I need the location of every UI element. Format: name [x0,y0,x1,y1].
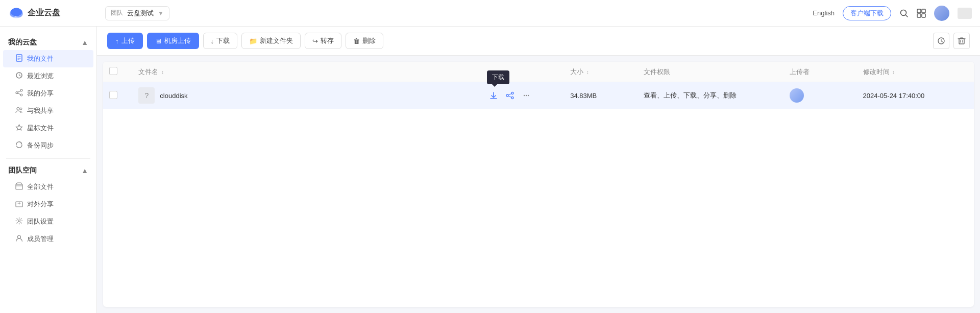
sidebar-item-team-settings[interactable]: 团队设置 [3,213,93,230]
sidebar-item-my-share[interactable]: 我的分享 [3,85,93,102]
row-size-cell: 34.83MB [564,82,637,109]
external-share-icon [15,200,23,209]
my-drive-section-header: 我的云盘 ▲ [0,35,96,50]
team-label: 团队 [111,9,123,17]
table-row[interactable]: ? clouddisk 下载 [103,82,974,109]
file-size: 34.83MB [570,92,597,100]
col-header-name[interactable]: 文件名 ↕ [132,62,480,82]
language-link[interactable]: English [813,9,835,17]
row-download-button[interactable]: 下载 [487,89,500,102]
svg-point-20 [17,108,19,110]
download-client-button[interactable]: 客户端下载 [843,6,891,20]
svg-point-16 [16,92,18,94]
size-sort-icon: ↕ [586,69,589,75]
header-checkbox[interactable] [109,67,117,75]
row-name-cell: ? clouddisk [132,82,480,109]
share-icon [15,89,23,98]
local-upload-icon: 🖥 [155,37,162,45]
panel-icon[interactable] [958,8,972,19]
new-folder-button[interactable]: 📁 新建文件夹 [241,33,301,49]
row-uploader-cell [783,82,856,109]
team-selector[interactable]: 团队 云盘测试 ▼ [105,6,169,20]
col-header-permissions: 文件权限 [638,62,784,82]
avatar[interactable] [934,6,949,21]
row-share-button[interactable] [503,89,517,102]
svg-line-19 [18,93,20,95]
col-header-checkbox [103,62,132,82]
file-name[interactable]: clouddisk [160,92,187,100]
svg-line-18 [18,91,20,92]
layout: 我的云盘 ▲ 我的文件 最近浏览 我的分享 与我共享 [0,27,980,313]
upload-button[interactable]: ↑ 上传 [107,33,143,49]
history-icon-button[interactable] [933,33,949,49]
svg-point-40 [528,95,529,96]
uploader-avatar [790,88,804,103]
sidebar-item-backup-sync[interactable]: 备份同步 [3,137,93,154]
local-upload-button[interactable]: 🖥 机房上传 [147,33,199,49]
row-more-button[interactable] [520,89,533,102]
sidebar-divider [6,158,90,159]
grid-icon[interactable] [917,9,926,18]
sidebar-item-my-files-label: 我的文件 [27,54,54,63]
delete-button[interactable]: 🗑 删除 [346,33,383,49]
file-table-wrapper: 文件名 ↕ 大小 ↕ 文件权限 上传者 [103,62,974,307]
sidebar-item-all-files[interactable]: 全部文件 [3,178,93,196]
team-space-label: 团队空间 [8,166,37,175]
download-button[interactable]: ↓ 下载 [203,33,238,49]
svg-point-39 [526,95,527,96]
file-permissions: 查看、上传、下载、分享、删除 [644,91,737,99]
trash-bin-icon-button[interactable] [953,33,970,49]
chevron-down-icon: ▼ [158,10,164,17]
transfer-button[interactable]: ↪ 转存 [305,33,341,49]
folder-icon: 📁 [249,37,257,45]
sidebar-item-member-mgmt[interactable]: 成员管理 [3,230,93,248]
all-files-icon [15,182,23,191]
file-icon-text: ? [144,91,149,100]
my-drive-label: 我的云盘 [8,38,37,47]
gear-icon [15,217,23,226]
row-actions-cell: 下载 [481,82,564,109]
sidebar-item-starred[interactable]: 星标文件 [3,119,93,137]
trash-icon: 🗑 [353,37,360,45]
svg-rect-23 [16,184,22,189]
row-checkbox-cell [103,82,132,109]
svg-point-26 [18,235,21,238]
toolbar-right [933,33,970,49]
transfer-icon: ↪ [312,37,318,45]
member-icon [15,234,23,244]
col-header-modified[interactable]: 修改时间 ↕ [857,62,974,82]
my-drive-collapse-icon[interactable]: ▲ [81,38,88,46]
file-type-icon: ? [138,87,155,104]
file-modified-date: 2024-05-24 17:40:00 [863,92,925,100]
row-actions: 下载 [487,89,558,102]
svg-rect-8 [917,14,921,17]
svg-marker-22 [16,125,22,130]
svg-rect-7 [922,9,925,13]
sidebar-item-external-share[interactable]: 对外分享 [3,196,93,213]
sidebar-item-recent[interactable]: 最近浏览 [3,67,93,85]
header: 企业云盘 团队 云盘测试 ▼ English 客户端下载 [0,0,980,27]
col-header-uploader: 上传者 [783,62,856,82]
team-space-section-header: 团队空间 ▲ [0,163,96,178]
sidebar-item-member-mgmt-label: 成员管理 [27,234,54,244]
svg-point-35 [511,97,513,99]
sidebar-item-external-share-label: 对外分享 [27,200,54,209]
modified-sort-icon: ↕ [892,69,895,75]
star-icon [15,124,23,133]
sidebar-item-shared-with-me-label: 与我共享 [27,106,54,115]
svg-point-38 [524,95,525,96]
search-icon[interactable] [899,9,909,18]
sidebar-item-shared-with-me[interactable]: 与我共享 [3,102,93,119]
svg-point-25 [18,220,20,222]
svg-line-5 [906,15,908,17]
file-name-container: ? clouddisk [138,87,474,104]
sync-icon [15,141,23,150]
svg-rect-28 [959,39,964,44]
logo: 企业云盘 [8,5,105,21]
team-space-collapse-icon[interactable]: ▲ [81,166,88,175]
col-header-size[interactable]: 大小 ↕ [564,62,637,82]
sidebar-item-my-files[interactable]: 我的文件 [3,50,93,67]
logo-icon [8,5,24,21]
row-checkbox[interactable] [109,91,117,99]
svg-rect-6 [917,9,921,13]
